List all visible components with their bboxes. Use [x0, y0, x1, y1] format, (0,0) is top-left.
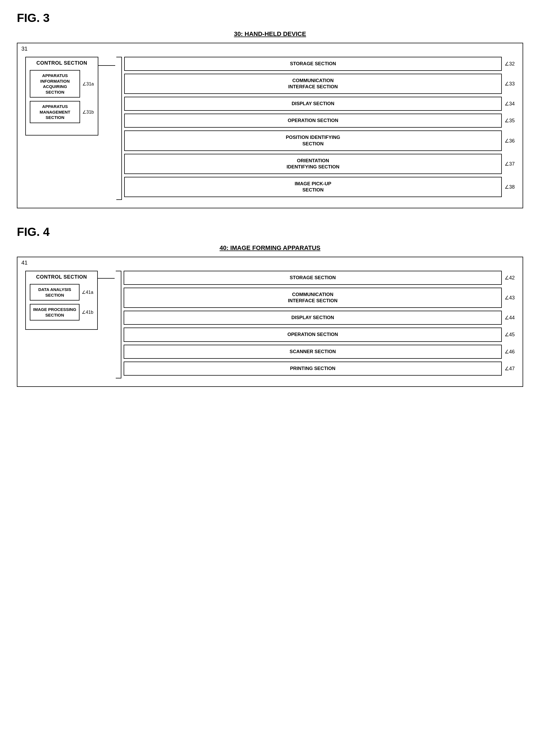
fig4-section: FIG. 4 40: IMAGE FORMING APPARATUS 41 CO… [17, 225, 523, 387]
fig4-connector [98, 271, 115, 279]
fig4-sub-box-0: DATA ANALYSISSECTION [30, 284, 79, 300]
fig4-right-num-0: ∠42 [505, 275, 515, 281]
fig3-sub-box-1: APPARATUSMANAGEMENTSECTION [30, 101, 80, 123]
fig4-sub-num-1: ∠41b [82, 309, 93, 315]
fig3-section: FIG. 3 30: HAND-HELD DEVICE 31 CONTROL S… [17, 11, 523, 208]
fig3-right-box-3: OPERATION SECTION [124, 113, 502, 128]
fig4-right-num-3: ∠45 [505, 331, 515, 338]
fig3-right-row-2: DISPLAY SECTION ∠34 [124, 97, 515, 111]
fig3-right-row-1: COMMUNICATIONINTERFACE SECTION ∠33 [124, 74, 515, 94]
fig3-connector [98, 57, 115, 66]
fig3-right-box-1: COMMUNICATIONINTERFACE SECTION [124, 74, 502, 94]
fig3-right-num-1: ∠33 [505, 81, 515, 87]
fig4-right-box-2: DISPLAY SECTION [124, 311, 502, 325]
fig4-right-box-0: STORAGE SECTION [124, 271, 502, 285]
fig3-right-box-5: ORIENTATIONIDENTIFYING SECTION [124, 154, 502, 174]
fig4-right-row-5: PRINTING SECTION ∠47 [124, 362, 515, 376]
fig3-right-row-5: ORIENTATIONIDENTIFYING SECTION ∠37 [124, 154, 515, 174]
fig4-right-items: STORAGE SECTION ∠42 COMMUNICATIONINTERFA… [121, 271, 515, 378]
fig4-right-num-1: ∠43 [505, 294, 515, 301]
fig3-inner: CONTROL SECTION APPARATUSINFORMATIONACQU… [25, 57, 515, 200]
fig3-right-section: STORAGE SECTION ∠32 COMMUNICATIONINTERFA… [115, 57, 515, 200]
fig3-right-row-4: POSITION IDENTIFYINGSECTION ∠36 [124, 130, 515, 151]
fig3-sub-num-0: ∠31a [82, 81, 94, 87]
fig4-right-box-5: PRINTING SECTION [124, 362, 502, 376]
fig3-control-box: CONTROL SECTION APPARATUSINFORMATIONACQU… [25, 57, 98, 135]
fig4-right-section: STORAGE SECTION ∠42 COMMUNICATIONINTERFA… [115, 271, 515, 378]
fig3-right-row-3: OPERATION SECTION ∠35 [124, 113, 515, 128]
fig4-right-box-3: OPERATION SECTION [124, 327, 502, 342]
fig4-outer-num: 41 [21, 260, 28, 266]
fig3-sub-row-0: APPARATUSINFORMATIONACQUIRING SECTION ∠3… [30, 70, 94, 97]
fig3-right-num-0: ∠32 [505, 61, 515, 67]
fig4-sub-row-1: IMAGE PROCESSINGSECTION ∠41b [30, 304, 93, 320]
fig4-left-col: CONTROL SECTION DATA ANALYSISSECTION ∠41… [25, 271, 98, 330]
fig3-control-label: CONTROL SECTION [30, 60, 94, 66]
fig3-label: 30: HAND-HELD DEVICE [17, 30, 523, 38]
fig4-right-box-1: COMMUNICATIONINTERFACE SECTION [124, 287, 502, 308]
fig3-left-col: CONTROL SECTION APPARATUSINFORMATIONACQU… [25, 57, 98, 135]
fig3-right-num-6: ∠38 [505, 184, 515, 190]
fig4-right-row-0: STORAGE SECTION ∠42 [124, 271, 515, 285]
fig4-title: FIG. 4 [17, 225, 523, 239]
fig4-right-num-4: ∠46 [505, 349, 515, 355]
fig3-right-num-3: ∠35 [505, 117, 515, 124]
fig4-diagram: 41 CONTROL SECTION DATA ANALYSISSECTION … [17, 257, 523, 387]
fig3-right-num-4: ∠36 [505, 138, 515, 144]
fig3-right-items: STORAGE SECTION ∠32 COMMUNICATIONINTERFA… [122, 57, 515, 200]
fig4-sub-row-0: DATA ANALYSISSECTION ∠41a [30, 284, 93, 300]
fig3-outer-num: 31 [21, 46, 28, 52]
fig3-right-box-6: IMAGE PICK-UPSECTION [124, 177, 502, 197]
fig3-right-row-0: STORAGE SECTION ∠32 [124, 57, 515, 71]
fig4-right-row-3: OPERATION SECTION ∠45 [124, 327, 515, 342]
fig4-control-box: CONTROL SECTION DATA ANALYSISSECTION ∠41… [25, 271, 98, 330]
fig3-diagram: 31 CONTROL SECTION APPARATUSINFORMATIONA… [17, 43, 523, 208]
fig3-sub-num-1: ∠31b [82, 109, 94, 115]
fig3-right-box-4: POSITION IDENTIFYINGSECTION [124, 130, 502, 151]
fig3-right-num-5: ∠37 [505, 161, 515, 167]
fig4-sub-num-0: ∠41a [82, 289, 93, 295]
fig4-sub-box-1: IMAGE PROCESSINGSECTION [30, 304, 79, 320]
fig4-right-row-4: SCANNER SECTION ∠46 [124, 345, 515, 359]
fig4-right-num-2: ∠44 [505, 314, 515, 321]
fig3-sub-box-0: APPARATUSINFORMATIONACQUIRING SECTION [30, 70, 80, 97]
fig4-right-box-4: SCANNER SECTION [124, 345, 502, 359]
fig3-sub-row-1: APPARATUSMANAGEMENTSECTION ∠31b [30, 101, 94, 123]
fig4-control-label: CONTROL SECTION [30, 274, 93, 280]
fig3-title: FIG. 3 [17, 11, 523, 25]
fig3-right-box-2: DISPLAY SECTION [124, 97, 502, 111]
fig4-label: 40: IMAGE FORMING APPARATUS [17, 244, 523, 252]
fig4-right-num-5: ∠47 [505, 365, 515, 372]
fig3-right-row-6: IMAGE PICK-UPSECTION ∠38 [124, 177, 515, 197]
fig3-right-num-2: ∠34 [505, 100, 515, 107]
fig4-v-bracket [115, 271, 121, 378]
fig3-v-bracket [115, 57, 122, 200]
fig4-inner: CONTROL SECTION DATA ANALYSISSECTION ∠41… [25, 271, 515, 378]
fig4-right-row-2: DISPLAY SECTION ∠44 [124, 311, 515, 325]
fig4-right-row-1: COMMUNICATIONINTERFACE SECTION ∠43 [124, 287, 515, 308]
fig3-right-box-0: STORAGE SECTION [124, 57, 502, 71]
